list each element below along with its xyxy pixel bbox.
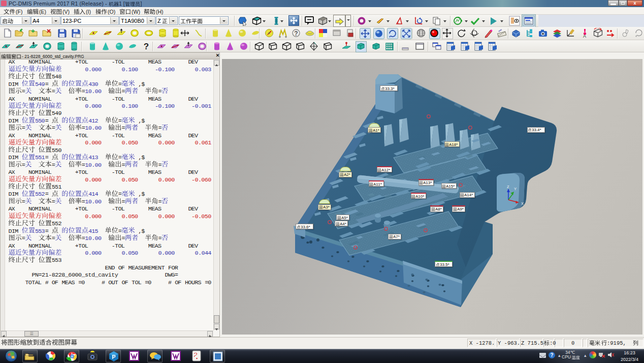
svg-text:NOMINAL: NOMINAL xyxy=(28,96,52,103)
svg-text:=: = xyxy=(22,88,25,95)
svg-text:0.000: 0.000 xyxy=(158,176,175,184)
svg-text:=: = xyxy=(52,162,55,169)
svg-text:=0: =0 xyxy=(78,279,85,286)
svg-text:=: = xyxy=(158,88,162,95)
svg-text:0.003: 0.003 xyxy=(195,66,212,73)
svg-text:DEV: DEV xyxy=(188,205,199,213)
svg-text:=: = xyxy=(158,162,162,169)
svg-text:AX: AX xyxy=(9,59,15,66)
svg-text:Y: Y xyxy=(514,187,517,191)
svg-text:414: 414 xyxy=(88,191,99,198)
svg-text:-0.100: -0.100 xyxy=(155,103,175,110)
svg-text:MEAS: MEAS xyxy=(148,169,162,176)
svg-text:Z: Z xyxy=(507,185,509,189)
svg-text:=0: =0 xyxy=(145,279,151,286)
svg-text:549: 549 xyxy=(52,110,62,117)
svg-text:=: = xyxy=(158,235,162,242)
svg-text:DEV: DEV xyxy=(188,243,199,250)
svg-text:-TOL: -TOL xyxy=(112,132,125,139)
svg-text:=: = xyxy=(52,235,55,242)
svg-text:OF: OF xyxy=(121,279,128,286)
svg-text:0.000: 0.000 xyxy=(85,103,102,110)
svg-text:+TOL: +TOL xyxy=(75,205,88,213)
svg-text:10.00: 10.00 xyxy=(85,88,102,95)
svg-text:DEV: DEV xyxy=(188,59,199,66)
svg-text:DWG=: DWG= xyxy=(165,271,178,279)
svg-text:10.00: 10.00 xyxy=(85,198,102,205)
svg-text:MEAS: MEAS xyxy=(148,205,162,213)
svg-text:0.044: 0.044 xyxy=(195,250,212,257)
svg-text:-0.060: -0.060 xyxy=(191,176,211,184)
svg-text:-TOL: -TOL xyxy=(112,96,125,103)
svg-text:MEAS: MEAS xyxy=(61,279,75,286)
svg-text:0.000: 0.000 xyxy=(85,176,102,184)
svg-text:=: = xyxy=(22,235,25,242)
svg-text:END: END xyxy=(105,264,115,271)
svg-text:NOMINAL: NOMINAL xyxy=(28,132,52,139)
svg-text:0.100: 0.100 xyxy=(121,66,138,73)
svg-text:DEV: DEV xyxy=(188,132,199,139)
svg-text:NOMINAL: NOMINAL xyxy=(28,59,52,66)
svg-text:0.000: 0.000 xyxy=(85,66,102,73)
svg-text:=0: =0 xyxy=(205,279,211,286)
svg-text:TOL: TOL xyxy=(132,279,142,286)
svg-text:=: = xyxy=(45,191,49,198)
svg-text:=: = xyxy=(52,125,55,132)
svg-text:NOMINAL: NOMINAL xyxy=(28,169,52,176)
svg-text:10.00: 10.00 xyxy=(85,125,102,132)
svg-text:NOMINAL: NOMINAL xyxy=(28,205,52,213)
svg-text:0.000: 0.000 xyxy=(85,139,102,146)
svg-text:OF: OF xyxy=(175,279,181,286)
svg-text:DEV: DEV xyxy=(188,96,199,103)
svg-text:TOTAL: TOTAL xyxy=(25,279,42,286)
svg-text:0.061: 0.061 xyxy=(195,139,212,146)
svg-text:10.00: 10.00 xyxy=(85,162,102,169)
svg-text:OF: OF xyxy=(118,264,125,271)
svg-text:,$: ,$ xyxy=(138,154,145,161)
svg-text:0.000: 0.000 xyxy=(158,139,175,146)
svg-text:0.100: 0.100 xyxy=(121,103,138,110)
svg-text:+TOL: +TOL xyxy=(75,243,88,250)
svg-text:AX: AX xyxy=(9,243,15,250)
svg-text:548: 548 xyxy=(52,73,62,80)
svg-text:0.050: 0.050 xyxy=(121,213,138,220)
svg-text:DIM: DIM xyxy=(9,117,19,125)
svg-text:DIM: DIM xyxy=(9,191,19,198)
svg-text:#: # xyxy=(168,279,172,286)
svg-text:DIM: DIM xyxy=(9,154,19,161)
svg-text:P: P xyxy=(112,354,115,360)
svg-text:MEASUREMENT: MEASUREMENT xyxy=(128,264,165,271)
svg-text:0.050: 0.050 xyxy=(121,250,138,257)
svg-text:DEV: DEV xyxy=(188,169,199,176)
svg-text:0.000: 0.000 xyxy=(85,250,102,257)
svg-text:-TOL: -TOL xyxy=(112,169,125,176)
svg-text:A: A xyxy=(583,34,586,38)
svg-text:NOMINAL: NOMINAL xyxy=(28,243,52,250)
svg-text:MEAS: MEAS xyxy=(148,59,162,66)
svg-text:0.000: 0.000 xyxy=(158,250,175,257)
svg-text:0.000: 0.000 xyxy=(85,213,102,220)
svg-text:AX: AX xyxy=(9,169,15,176)
svg-text:HOURS: HOURS xyxy=(185,279,202,286)
svg-text:=: = xyxy=(22,162,25,169)
svg-text:=: = xyxy=(121,125,125,132)
svg-text:=: = xyxy=(118,191,122,198)
svg-text:551: 551 xyxy=(35,154,45,161)
svg-text:=: = xyxy=(52,88,55,95)
svg-text:,$: ,$ xyxy=(138,191,145,198)
svg-text:=: = xyxy=(45,81,49,88)
svg-text:=: = xyxy=(118,228,122,235)
svg-text:-TOL: -TOL xyxy=(112,59,125,66)
svg-text:=: = xyxy=(121,162,125,169)
svg-text:549: 549 xyxy=(35,81,45,88)
svg-text:PN=21-8228_6000_std_cavity: PN=21-8228_6000_std_cavity xyxy=(32,271,118,279)
svg-text:=: = xyxy=(45,228,49,235)
svg-text:-0.050: -0.050 xyxy=(191,213,211,220)
svg-text:AX: AX xyxy=(9,96,15,103)
svg-text:-0.001: -0.001 xyxy=(191,103,211,110)
svg-text:=: = xyxy=(158,125,162,132)
svg-text:-0.100: -0.100 xyxy=(155,66,175,73)
svg-text:=: = xyxy=(158,198,162,205)
svg-text:430: 430 xyxy=(88,81,99,88)
svg-text:+TOL: +TOL xyxy=(75,169,88,176)
